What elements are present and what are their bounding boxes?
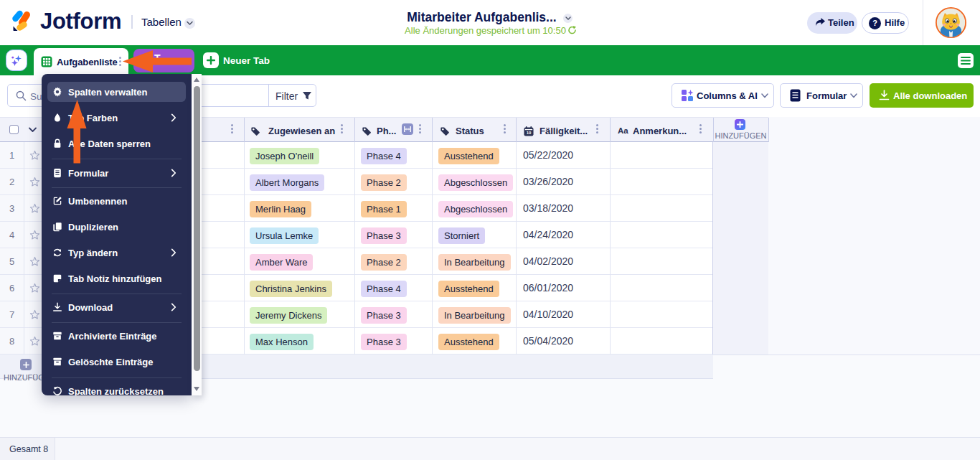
svg-text:10: 10 [527, 131, 532, 135]
